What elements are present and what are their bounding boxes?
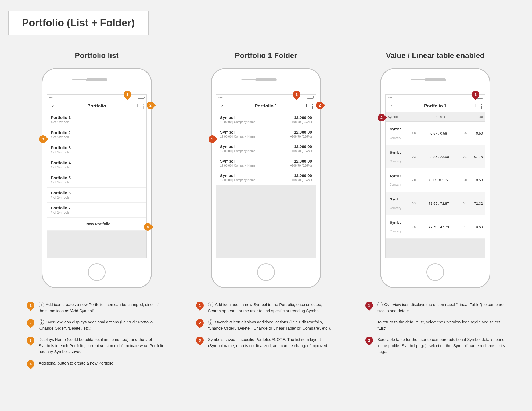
list-item[interactable]: Portfolio 2 # of Symbols <box>47 127 146 142</box>
back-button[interactable]: ‹ <box>388 103 395 109</box>
company-name: Company <box>388 204 407 212</box>
legend: 1+Add icon creates a new Portfolio; icon… <box>21 302 172 368</box>
empty-area <box>386 239 485 258</box>
symbol-name[interactable]: Symbol <box>388 218 407 227</box>
legend-marker: 1 <box>195 300 205 311</box>
col-last: 72.32 <box>469 199 485 208</box>
list-item[interactable]: Symbol 12:00:00 | Company Name 12,000.00… <box>216 141 316 156</box>
plus-icon: + <box>208 302 213 307</box>
list-item[interactable]: Portfolio 3 # of Symbols <box>47 142 146 157</box>
more-icon[interactable] <box>481 104 482 109</box>
legend-text: +Add icon creates a new Portfolio; icon … <box>39 302 167 314</box>
symbol-name: Symbol <box>220 144 255 149</box>
screen: ••••• ‹ Portfolio 1 + Symbol Bin - ask L… <box>385 94 485 258</box>
nav-bar: ‹ Portfolio 1 + <box>216 100 316 112</box>
symbol-name[interactable]: Symbol <box>388 194 407 204</box>
table-row[interactable]: SymbolCompany 2.0 0.17 . 0.175 13.0 0.50 <box>386 168 485 192</box>
status-bar: ••••• <box>216 95 316 100</box>
plus-icon[interactable]: + <box>135 103 139 109</box>
symbol-change: +108.70 (0.67%) <box>290 164 312 167</box>
battery-icon <box>138 96 144 99</box>
symbol-value: 12,000.00 <box>290 173 312 178</box>
legend-text: Overview icon displays additional action… <box>208 319 336 331</box>
company-name: Company <box>388 134 407 142</box>
col-binask: 23.85 . 23.90 <box>418 152 460 161</box>
back-button[interactable]: ‹ <box>50 103 56 109</box>
company-name: Company <box>388 227 407 236</box>
legend-item: 3Displays Name (could be editable, if im… <box>27 337 167 355</box>
list-item[interactable]: Portfolio 1 # of Symbols <box>47 112 146 127</box>
symbol-sub: 12:00:00 | Company Name <box>220 135 255 138</box>
screen: ••••• ‹ Portfolio 1 + Symbol 12:00:00 | … <box>216 94 316 258</box>
col-b: 0.1 <box>460 223 469 231</box>
legend-marker: 2 <box>25 318 36 328</box>
legend-text: Displays Name (could be editable, if imp… <box>39 337 167 355</box>
symbol-sub: 12:00:00 | Company Name <box>220 164 255 167</box>
legend-marker: 2 <box>364 335 375 346</box>
portfolio-sub: # of Symbols <box>51 196 143 199</box>
col-b: 0.3 <box>460 153 469 161</box>
col-a: 0.3 <box>409 199 418 208</box>
portfolio-sub: # of Symbols <box>51 181 143 184</box>
more-icon[interactable] <box>312 104 313 109</box>
legend-text: Scrollable table for the user to compare… <box>377 337 505 355</box>
columns: Portfolio list 1 2 3 4 ••••• ‹ Portfolio… <box>8 51 524 373</box>
new-portfolio-button[interactable]: + New Portfolio <box>47 218 146 231</box>
legend-item: 1+Add icon creates a new Portfolio; icon… <box>27 302 167 314</box>
company-name: Company <box>388 157 407 165</box>
nav-bar: ‹ Portfolio + <box>47 100 146 112</box>
symbol-value: 12,000.00 <box>290 130 312 134</box>
status-bar: ••••• <box>47 95 146 100</box>
legend-item: 2Overview icon displays additional actio… <box>27 319 167 331</box>
table-row[interactable]: SymbolCompany 0.2 23.85 . 23.90 0.3 0.17… <box>386 145 485 168</box>
portfolio-name: Portfolio 3 <box>51 145 143 150</box>
legend-text: Additional button to create a new Portfo… <box>39 360 167 366</box>
portfolio-name: Portfolio 6 <box>51 190 143 195</box>
symbol-name[interactable]: Symbol <box>388 148 407 157</box>
col-last: 0.50 <box>469 175 485 185</box>
legend: 1Overview icon displays the option (labe… <box>360 302 511 355</box>
legend-item: 1+Add icon adds a new Symbol to the Port… <box>196 302 336 314</box>
table-row[interactable]: SymbolCompany 0.3 71.55 . 72.87 0.1 72.3… <box>386 192 485 215</box>
legend-item: 4Additional button to create a new Portf… <box>27 360 167 368</box>
more-icon[interactable] <box>143 104 144 109</box>
phone-mockup: 1 2 3 4 ••••• ‹ Portfolio + Portfolio 1 … <box>42 68 152 288</box>
symbol-change: +108.70 (0.67%) <box>290 120 312 124</box>
symbol-list: Symbol 12:00:00 | Company Name 12,000.00… <box>216 112 316 258</box>
linear-table-body[interactable]: SymbolCompany 1.0 0.57 . 0.58 0.5 0.50Sy… <box>386 122 485 239</box>
list-item[interactable]: Portfolio 7 # of Symbols <box>47 203 146 218</box>
nav-title: Portfolio 1 <box>216 103 316 109</box>
page-title-box: Portfolio (List + Folder) <box>8 11 149 35</box>
list-item[interactable]: Portfolio 4 # of Symbols <box>47 157 146 172</box>
legend-marker: 4 <box>25 359 36 369</box>
col-last: 0.50 <box>469 222 485 232</box>
symbol-name[interactable]: Symbol <box>388 171 407 181</box>
plus-icon[interactable]: + <box>474 103 477 109</box>
th-symbol: Symbol <box>386 112 409 121</box>
legend-item: To return to the default list, select th… <box>365 319 505 331</box>
list-item[interactable]: Symbol 12:00:00 | Company Name 12,000.00… <box>216 156 316 170</box>
symbol-value: 12,000.00 <box>290 115 312 120</box>
list-item[interactable]: Portfolio 6 # of Symbols <box>47 188 146 203</box>
list-item[interactable]: Symbol 12:00:00 | Company Name 12,000.00… <box>216 170 316 185</box>
callout-marker-2: 2 <box>314 100 325 111</box>
list-item[interactable]: Symbol 12:00:00 | Company Name 12,000.00… <box>216 127 316 141</box>
table-row[interactable]: SymbolCompany 1.0 0.57 . 0.58 0.5 0.50 <box>386 122 485 145</box>
legend-text: Overview icon displays additional action… <box>39 319 167 331</box>
col-binask: 71.55 . 72.87 <box>418 199 460 208</box>
col-b: 13.0 <box>459 176 469 184</box>
list-item[interactable]: Symbol 12:00:00 | Company Name 12,000.00… <box>216 112 316 127</box>
portfolio-name: Portfolio 7 <box>51 206 143 210</box>
list-item[interactable]: Portfolio 5 # of Symbols <box>47 172 146 188</box>
symbol-change: +108.70 (0.67%) <box>290 135 312 138</box>
portfolio-name: Portfolio 2 <box>51 130 143 135</box>
col-portfolio-list: Portfolio list 1 2 3 4 ••••• ‹ Portfolio… <box>21 51 172 373</box>
col-binask: 47.70 . 47.79 <box>418 222 460 232</box>
symbol-sub: 12:00:00 | Company Name <box>220 178 255 182</box>
symbol-name[interactable]: Symbol <box>388 124 407 134</box>
symbol-name: Symbol <box>220 130 255 134</box>
plus-icon[interactable]: + <box>305 103 308 109</box>
callout-marker-2: 2 <box>145 100 156 111</box>
back-button[interactable]: ‹ <box>219 103 225 109</box>
table-row[interactable]: SymbolCompany 2.6 47.70 . 47.79 0.1 0.50 <box>386 215 485 239</box>
